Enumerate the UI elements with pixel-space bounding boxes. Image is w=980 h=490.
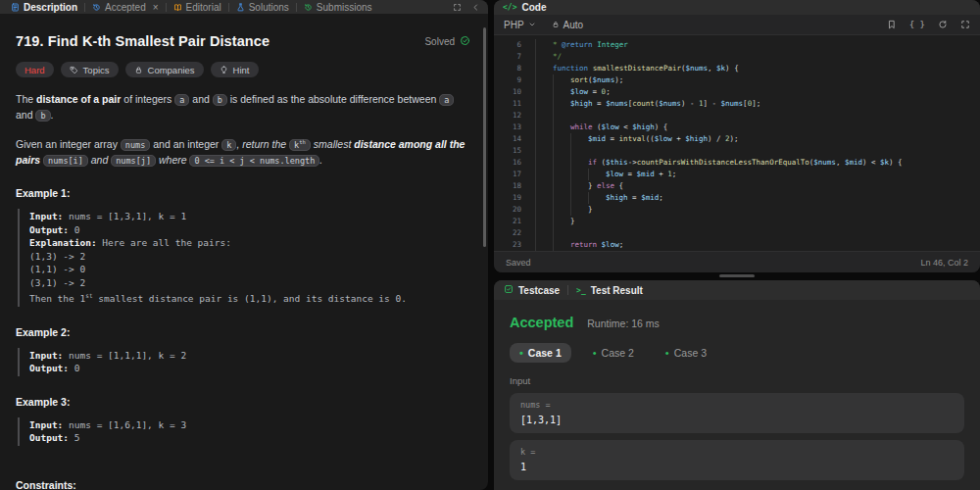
tab-testcase[interactable]: Testcase [504,284,560,296]
left-tabbar: DescriptionAccepted×EditorialSolutionsSu… [0,0,488,14]
close-icon[interactable]: × [153,2,159,13]
line-number: 16 [494,157,521,169]
meta-chips: HardTopicsCompaniesHint [16,62,470,77]
test-input-fields: nums =[1,3,1]k =1 [510,393,964,480]
collapse-panel-icon[interactable] [471,3,480,12]
language-selector[interactable]: PHP [504,20,536,30]
flask-icon [236,3,245,12]
line-number: 23 [494,239,521,251]
case-tab-1[interactable]: •Case 1 [510,343,571,363]
code-line: 11$high = $nums[count($nums) - 1] - $num… [494,98,980,110]
check-circle-icon [460,35,470,48]
line-number: 20 [494,204,521,216]
editor-actions: { } [887,20,970,29]
code-line: 19$high = $mid; [494,192,980,204]
right-column: </> Code PHP Auto { } [494,0,980,490]
chip-topics[interactable]: Topics [61,62,119,77]
problem-content: 719. Find K-th Smallest Pair Distance So… [0,14,488,490]
line-number: 7 [494,51,521,63]
history-icon [304,3,313,12]
code-line: 8function smallestDistancePair($nums, $k… [494,63,980,74]
chevron-down-icon [528,20,536,30]
runtime-label: Runtime: 16 ms [587,318,660,329]
line-number: 8 [494,63,521,74]
tab-label: Accepted [105,2,146,13]
case-tab-3[interactable]: •Case 3 [656,343,716,363]
example-label: Example 1: [16,187,470,199]
case-tab-2[interactable]: •Case 2 [583,343,644,363]
line-number: 18 [494,180,521,192]
problem-description: The distance of a pair of integers a and… [16,91,470,168]
solved-badge: Solved [424,35,470,48]
auto-toggle[interactable]: Auto [552,20,584,30]
line-number: 10 [494,86,521,98]
tab-submissions[interactable]: Submissions [297,0,379,14]
case-status-dot: • [593,348,597,359]
language-label: PHP [504,20,524,30]
cursor-position[interactable]: Ln 46, Col 2 [920,258,968,268]
line-number: 12 [494,110,521,122]
bookmark-icon[interactable] [887,20,897,29]
description-paragraph: Given an integer array nums and an integ… [16,136,470,169]
chip-companies[interactable]: Companies [125,62,204,77]
chip-hint[interactable]: Hint [211,62,259,77]
example-block: Input: nums = [1,6,1], k = 3 Output: 5 [18,417,470,446]
line-number: 13 [494,122,521,133]
tab-label: Solutions [249,2,289,13]
braces-icon[interactable]: { } [909,20,925,29]
tag-icon [70,66,78,74]
code-line: 17$low = $mid + 1; [494,169,980,180]
line-number: 15 [494,145,521,157]
tab-accepted[interactable]: Accepted× [85,0,166,14]
code-line: 14$mid = intval(($low + $high) / 2); [494,133,980,145]
code-line: 21} [494,216,980,227]
difficulty-badge[interactable]: Hard [16,62,54,77]
examples: Example 1:Input: nums = [1,3,1], k = 1 O… [16,187,470,446]
tab-test-result[interactable]: >_ Test Result [576,285,643,296]
check-square-icon [504,284,514,296]
line-number: 14 [494,133,521,145]
line-number: 22 [494,227,521,239]
case-status-dot: • [665,348,669,359]
tab-label: Description [24,2,77,13]
result-status: Accepted [510,315,573,330]
maximize-icon[interactable] [960,20,970,29]
code-line: 9sort($nums); [494,74,980,86]
tab-label: Editorial [186,2,221,13]
line-number: 9 [494,74,521,86]
constraints-section: Constraints: n == nums.length [16,479,470,490]
tab-editorial[interactable]: Editorial [167,0,228,14]
line-number: 11 [494,98,521,110]
line-number: 21 [494,216,521,227]
example-label: Example 3: [16,396,470,408]
constraints-heading: Constraints: [16,479,470,490]
bulb-icon [220,66,228,74]
tab-solutions[interactable]: Solutions [229,0,296,14]
line-number: 6 [494,39,521,51]
auto-label: Auto [564,20,584,30]
scrollbar[interactable] [483,27,486,247]
panel-resize-handle[interactable] [719,274,755,277]
tab-description[interactable]: Description [4,0,84,14]
code-line: 7*/ [494,51,980,63]
example-section: Example 2:Input: nums = [1,1,1], k = 2 O… [16,326,470,376]
code-line: 13while ($low < $high) { [494,122,980,133]
code-line: 18} else { [494,180,980,192]
undo-icon[interactable] [938,20,948,29]
test-result-panel: Testcase >_ Test Result Accepted Runtime… [494,280,980,490]
description-paragraph: The distance of a pair of integers a and… [16,91,470,123]
tab-separator [567,285,568,295]
field-label: nums = [520,400,954,410]
case-status-dot: • [519,348,523,359]
code-editor[interactable]: 6* @return Integer7*/8function smallestD… [494,36,980,251]
example-section: Example 1:Input: nums = [1,3,1], k = 1 O… [16,187,470,307]
example-block: Input: nums = [1,1,1], k = 2 Output: 0 [18,348,470,376]
description-icon [11,3,20,12]
test-panel-header: Testcase >_ Test Result [494,280,980,300]
description-panel: DescriptionAccepted×EditorialSolutionsSu… [0,0,488,490]
example-label: Example 2: [16,326,470,338]
input-field: nums =[1,3,1] [510,393,964,433]
fullscreen-icon[interactable] [453,3,462,12]
title-row: 719. Find K-th Smallest Pair Distance So… [16,33,470,49]
solved-label: Solved [424,36,455,47]
